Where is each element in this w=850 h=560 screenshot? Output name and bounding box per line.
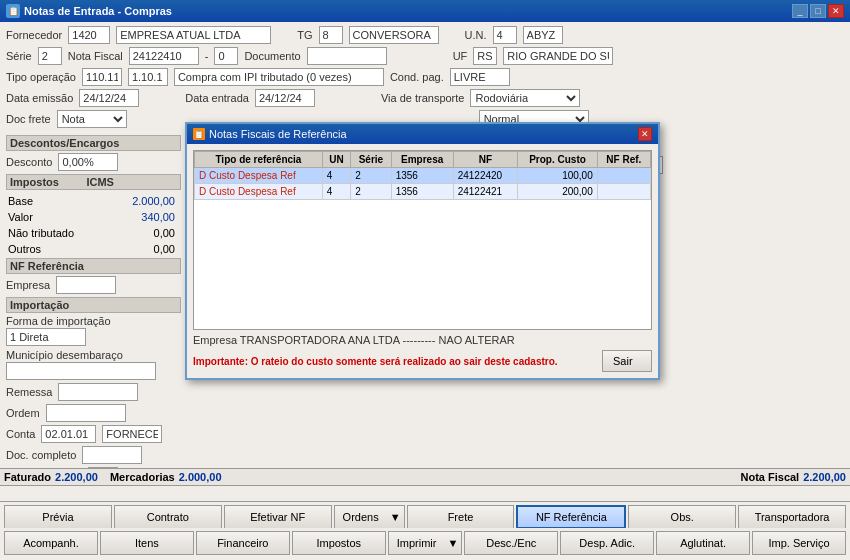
nao-tributado-label: Não tributado (8, 226, 107, 240)
faturado-label: Faturado (4, 471, 51, 483)
dialog-close-button[interactable]: ✕ (638, 127, 652, 141)
conta-name-input[interactable] (102, 425, 162, 443)
imp-servico-button[interactable]: Imp. Serviço (752, 531, 846, 555)
tg-code-input[interactable] (319, 26, 343, 44)
fornecedor-code-input[interactable] (68, 26, 110, 44)
data-entrada-input[interactable] (255, 89, 315, 107)
mercadorias-value: 2.000,00 (179, 471, 222, 483)
serie-label: Série (6, 50, 32, 62)
ordens-group[interactable]: Ordens ▼ (334, 505, 405, 529)
tg-label: TG (297, 29, 312, 41)
base-value: 2.000,00 (109, 194, 179, 208)
uf-code-input[interactable] (473, 47, 497, 65)
doc-completo-label: Doc. completo (6, 449, 76, 461)
warning-text: Importante: O rateio do custo somente se… (193, 356, 558, 367)
data-emissao-input[interactable] (79, 89, 139, 107)
faturado-value: 2.200,00 (55, 471, 98, 483)
via-transporte-label: Via de transporte (381, 92, 465, 104)
maximize-button[interactable]: □ (810, 4, 826, 18)
documento-input[interactable] (307, 47, 387, 65)
cond-pag-input[interactable] (450, 68, 510, 86)
desconto-input[interactable] (58, 153, 118, 171)
desp-adic-button[interactable]: Desp. Adic. (560, 531, 654, 555)
ordens-button[interactable]: Ordens (334, 505, 387, 529)
serie-input[interactable] (38, 47, 62, 65)
cond-pag-label: Cond. pag. (390, 71, 444, 83)
importacao-title: Importação (6, 297, 181, 313)
valor-value: 340,00 (109, 210, 179, 224)
acompanh-button[interactable]: Acompanh. (4, 531, 98, 555)
financeiro-button[interactable]: Financeiro (196, 531, 290, 555)
nf-empresa-input[interactable] (56, 276, 116, 294)
doc-completo-input[interactable] (82, 446, 142, 464)
aglutinat-button[interactable]: Aglutinat. (656, 531, 750, 555)
impostos-title: Impostos ICMS (6, 174, 181, 190)
dialog: 📋 Notas Fiscais de Referência ✕ Tipo de … (185, 122, 660, 380)
tipo-operacao-desc-input[interactable] (174, 68, 384, 86)
uf-label: UF (453, 50, 468, 62)
un-name-input[interactable] (523, 26, 563, 44)
tipo-operacao-code-input[interactable] (82, 68, 122, 86)
previa-button[interactable]: Prévia (4, 505, 112, 529)
conta-code-input[interactable] (41, 425, 96, 443)
tipo-operacao-sub-input[interactable] (128, 68, 168, 86)
efetivar-nf-button[interactable]: Efetivar NF (224, 505, 332, 529)
desc-enc-button[interactable]: Desc./Enc (464, 531, 558, 555)
dialog-table-row[interactable]: D Custo Despesa Ref 4 2 1356 24122421 20… (195, 184, 651, 200)
frete-button[interactable]: Frete (407, 505, 515, 529)
itens-button[interactable]: Itens (100, 531, 194, 555)
col-empresa: Empresa (391, 152, 453, 168)
tg-name-input[interactable] (349, 26, 439, 44)
nf-dash: - (205, 50, 209, 62)
col-un: UN (322, 152, 350, 168)
un-code-input[interactable] (493, 26, 517, 44)
uf-name-input[interactable] (503, 47, 613, 65)
window-controls: _ □ ✕ (792, 4, 844, 18)
municipio-label: Município desembaraço (6, 349, 123, 361)
impostos-button[interactable]: Impostos (292, 531, 386, 555)
municipio-input[interactable] (6, 362, 156, 380)
nf-referencia-button[interactable]: NF Referência (516, 505, 626, 529)
fornecedor-name-input[interactable] (116, 26, 271, 44)
empresa-text: Empresa TRANSPORTADORA ANA LTDA --------… (193, 334, 652, 346)
un-label: U.N. (465, 29, 487, 41)
contrato-button[interactable]: Contrato (114, 505, 222, 529)
data-emissao-label: Data emissão (6, 92, 73, 104)
remessa-label: Remessa (6, 386, 52, 398)
close-button[interactable]: ✕ (828, 4, 844, 18)
outros-value: 0,00 (109, 242, 179, 256)
remessa-input[interactable] (58, 383, 138, 401)
dialog-table-row[interactable]: D Custo Despesa Ref 4 2 1356 24122420 10… (195, 168, 651, 184)
outros-label: Outros (8, 242, 107, 256)
valor-label: Valor (8, 210, 107, 224)
ordem-label: Ordem (6, 407, 40, 419)
sair-button[interactable]: Sair (602, 350, 652, 372)
mercadorias-label: Mercadorias (110, 471, 175, 483)
dialog-title: Notas Fiscais de Referência (209, 128, 347, 140)
ordens-arrow[interactable]: ▼ (387, 505, 405, 529)
forma-input[interactable] (6, 328, 86, 346)
col-nf: NF (453, 152, 518, 168)
doc-frete-select[interactable]: Nota (57, 110, 127, 128)
imprimir-button[interactable]: Imprimir (388, 531, 445, 555)
dialog-table: Tipo de referência UN Série Empresa NF P… (194, 151, 651, 200)
nota-fiscal-input[interactable] (129, 47, 199, 65)
dialog-list-area[interactable]: Tipo de referência UN Série Empresa NF P… (193, 150, 652, 330)
nf-referencia-title: NF Referência (6, 258, 181, 274)
fornecedor-label: Fornecedor (6, 29, 62, 41)
transportadora-button[interactable]: Transportadora (738, 505, 846, 529)
dialog-icon: 📋 (193, 128, 205, 140)
imprimir-arrow[interactable]: ▼ (444, 531, 462, 555)
tipo-operacao-label: Tipo operação (6, 71, 76, 83)
dialog-titlebar: 📋 Notas Fiscais de Referência ✕ (187, 124, 658, 144)
nota-fiscal-sub-input[interactable] (214, 47, 238, 65)
base-label: Base (8, 194, 107, 208)
obs-button[interactable]: Obs. (628, 505, 736, 529)
minimize-button[interactable]: _ (792, 4, 808, 18)
forma-label: Forma de importação (6, 315, 111, 327)
imprimir-group[interactable]: Imprimir ▼ (388, 531, 463, 555)
totals-bar: Faturado 2.200,00 Mercadorias 2.000,00 N… (0, 468, 850, 486)
via-transporte-select[interactable]: Rodoviária (470, 89, 580, 107)
ordem-input[interactable] (46, 404, 126, 422)
descontos-title: Descontos/Encargos (6, 135, 181, 151)
